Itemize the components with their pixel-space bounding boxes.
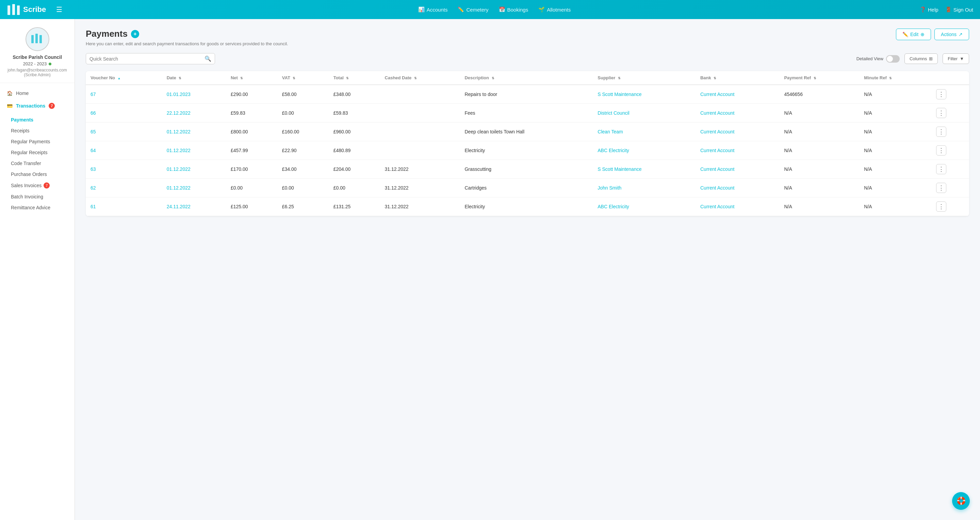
cell-total: £348.00 [329, 85, 380, 104]
signout-link[interactable]: 🚪 Sign Out [945, 6, 973, 13]
help-link[interactable]: ❓ Help [920, 6, 939, 13]
search-input[interactable] [89, 56, 205, 62]
voucher-link[interactable]: 65 [91, 129, 96, 134]
cell-net: £125.00 [226, 197, 277, 216]
page-header: Payments + Here you can enter, edit and … [86, 29, 969, 46]
sidebar-item-batch-invoicing[interactable]: Batch Invoicing [0, 191, 75, 202]
sidebar-item-regular-receipts[interactable]: Regular Receipts [0, 147, 75, 158]
search-button[interactable]: 🔍 [205, 56, 211, 62]
detailed-view-switch[interactable] [886, 55, 900, 63]
hamburger-button[interactable]: ☰ [56, 5, 62, 14]
col-payment-ref[interactable]: Payment Ref ⇅ [779, 71, 859, 85]
edit-button[interactable]: ✏️ Edit ⊕ [896, 29, 931, 40]
nav-accounts[interactable]: 📊 Accounts [418, 6, 448, 13]
col-minute-ref[interactable]: Minute Ref ⇅ [859, 71, 931, 85]
voucher-link[interactable]: 64 [91, 148, 96, 153]
sidebar-item-receipts[interactable]: Receipts [0, 125, 75, 136]
col-supplier[interactable]: Supplier ⇅ [593, 71, 695, 85]
supplier-link[interactable]: S Scott Maintenance [598, 92, 641, 97]
sort-arrows-total: ⇅ [346, 77, 349, 80]
col-voucher-no[interactable]: Voucher No ▲ [86, 71, 162, 85]
sidebar-item-home[interactable]: 🏠 Home [0, 87, 75, 99]
col-net[interactable]: Net ⇅ [226, 71, 277, 85]
cell-total: £131.25 [329, 197, 380, 216]
svg-rect-1 [12, 4, 15, 15]
voucher-link[interactable]: 67 [91, 92, 96, 97]
cell-actions: ⋮ [931, 179, 969, 197]
columns-button[interactable]: Columns ⊞ [904, 53, 938, 64]
cell-voucher-no: 64 [86, 141, 162, 160]
filter-button[interactable]: Filter ▼ [943, 53, 969, 64]
sort-arrows-cashed: ⇅ [414, 77, 417, 80]
col-date[interactable]: Date ⇅ [162, 71, 226, 85]
date-value: 24.11.2022 [167, 204, 191, 209]
date-value: 01.12.2022 [167, 166, 191, 172]
detailed-view-toggle: Detailed View [856, 55, 900, 63]
cell-cashed-date [380, 104, 460, 122]
sidebar-item-transactions[interactable]: 💳 Transactions 7 [0, 99, 75, 112]
col-vat[interactable]: VAT ⇅ [277, 71, 329, 85]
sidebar-item-code-transfer[interactable]: Code Transfer [0, 158, 75, 169]
sidebar-item-sales-invoices[interactable]: Sales Invoices 7 [0, 180, 75, 191]
fab-support[interactable]: 🛟 [952, 492, 970, 510]
date-value: 01.01.2023 [167, 92, 191, 97]
cell-bank: Current Account [695, 197, 779, 216]
sidebar: Scribe Parish Council 2022 - 2023 john.f… [0, 19, 75, 520]
voucher-link[interactable]: 63 [91, 166, 96, 172]
page-actions: ✏️ Edit ⊕ Actions ↗ [896, 29, 969, 40]
cell-voucher-no: 66 [86, 104, 162, 122]
supplier-link[interactable]: Clean Team [598, 129, 623, 134]
nav-allotments[interactable]: 🌱 Allotments [538, 6, 571, 13]
sidebar-item-purchase-orders[interactable]: Purchase Orders [0, 169, 75, 180]
svg-rect-3 [31, 35, 34, 43]
sidebar-item-remittance-advice[interactable]: Remittance Advice [0, 202, 75, 213]
cell-description: Grasscutting [460, 160, 593, 179]
signout-icon: 🚪 [945, 6, 952, 13]
sort-arrows-minref: ⇅ [889, 77, 892, 80]
sort-arrows-vat: ⇅ [293, 77, 295, 80]
supplier-link[interactable]: District Council [598, 110, 629, 116]
cell-net: £457.99 [226, 141, 277, 160]
row-action-button[interactable]: ⋮ [936, 183, 946, 193]
controls-row: 🔍 Detailed View Columns ⊞ Filter ▼ [86, 53, 969, 64]
col-total[interactable]: Total ⇅ [329, 71, 380, 85]
cell-bank: Current Account [695, 104, 779, 122]
cell-bank: Current Account [695, 160, 779, 179]
voucher-link[interactable]: 61 [91, 204, 96, 209]
cell-payment-ref: N/A [779, 160, 859, 179]
app-logo[interactable]: Scribe [7, 3, 46, 16]
cell-net: £170.00 [226, 160, 277, 179]
voucher-link[interactable]: 62 [91, 185, 96, 191]
sidebar-item-payments[interactable]: Payments [0, 114, 75, 125]
supplier-link[interactable]: S Scott Maintenance [598, 166, 641, 172]
cell-description: Fees [460, 104, 593, 122]
columns-icon: ⊞ [929, 56, 933, 61]
add-payment-button[interactable]: + [131, 30, 139, 38]
sidebar-item-regular-payments[interactable]: Regular Payments [0, 136, 75, 147]
cell-minute-ref: N/A [859, 160, 931, 179]
col-bank[interactable]: Bank ⇅ [695, 71, 779, 85]
cell-description: Electricity [460, 197, 593, 216]
nav-cemetery[interactable]: ✏️ Cemetery [458, 6, 488, 13]
edit-plus-icon: ⊕ [920, 32, 924, 37]
row-action-button[interactable]: ⋮ [936, 145, 946, 156]
sidebar-section: Payments Receipts Regular Payments Regul… [0, 112, 75, 215]
row-action-button[interactable]: ⋮ [936, 108, 946, 118]
actions-button[interactable]: Actions ↗ [934, 29, 969, 40]
nav-bookings[interactable]: 📅 Bookings [499, 6, 528, 13]
voucher-link[interactable]: 66 [91, 110, 96, 116]
help-icon: ❓ [920, 6, 926, 13]
row-action-button[interactable]: ⋮ [936, 164, 946, 174]
supplier-link[interactable]: John Smith [598, 185, 621, 191]
col-description[interactable]: Description ⇅ [460, 71, 593, 85]
cell-vat: £34.00 [277, 160, 329, 179]
supplier-link[interactable]: ABC Electricity [598, 148, 629, 153]
row-action-button[interactable]: ⋮ [936, 89, 946, 99]
row-action-button[interactable]: ⋮ [936, 202, 946, 211]
col-cashed-date[interactable]: Cashed Date ⇅ [380, 71, 460, 85]
search-icon: 🔍 [205, 56, 211, 62]
supplier-link[interactable]: ABC Electricity [598, 204, 629, 209]
row-action-button[interactable]: ⋮ [936, 127, 946, 137]
cell-bank: Current Account [695, 122, 779, 141]
cell-vat: £6.25 [277, 197, 329, 216]
